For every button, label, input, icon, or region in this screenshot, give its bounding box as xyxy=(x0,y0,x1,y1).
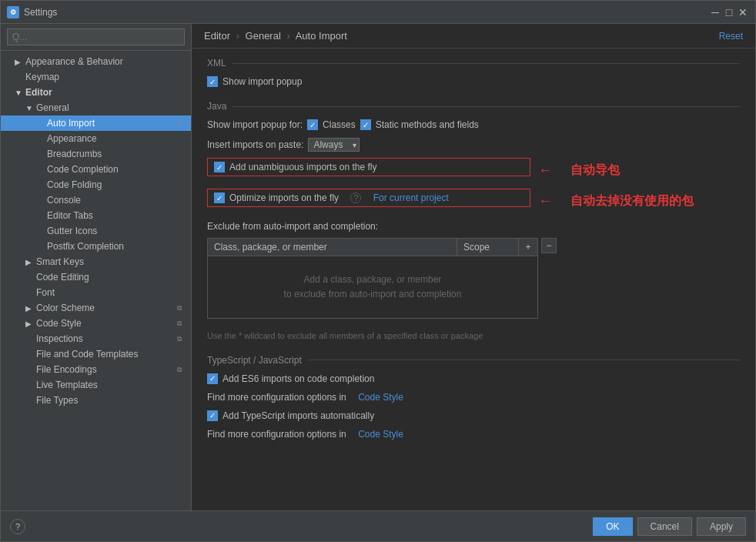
copy-icon: ⧉ xyxy=(174,318,185,329)
sidebar-item-color-scheme[interactable]: ▶ Color Scheme ⧉ xyxy=(1,300,191,316)
add-row-button[interactable]: + xyxy=(519,239,537,256)
close-button[interactable]: ✕ xyxy=(737,6,749,18)
for-current-project-link[interactable]: For current project xyxy=(373,192,449,203)
sidebar-item-live-templates[interactable]: Live Templates xyxy=(1,377,191,393)
sidebar-item-file-code-templates[interactable]: File and Code Templates xyxy=(1,346,191,362)
sidebar-item-postfix-completion[interactable]: Postfix Completion xyxy=(1,239,191,254)
java-classes-checkbox[interactable]: ✓ xyxy=(307,119,318,130)
sidebar-label: Editor xyxy=(25,87,52,98)
main-content: Editor › General › Auto Import Reset XML… xyxy=(192,24,755,510)
exclude-label: Exclude from auto-import and completion: xyxy=(207,221,378,232)
breadcrumb-editor: Editor xyxy=(204,30,230,42)
arrow-spacer xyxy=(25,350,33,359)
insert-always-select[interactable]: Always xyxy=(308,138,360,152)
arrow-spacer xyxy=(25,381,33,390)
sidebar-item-appearance[interactable]: Appearance xyxy=(1,131,191,146)
sidebar-item-breadcrumbs[interactable]: Breadcrumbs xyxy=(1,146,191,162)
java-show-popup-label: Show import popup for: xyxy=(207,119,303,130)
add-unambiguous-label: Add unambiguous imports on the fly xyxy=(229,162,376,172)
ts-add-typescript-checkbox[interactable]: ✓ xyxy=(207,410,218,421)
java-show-popup-row: Show import popup for: ✓ Classes ✓ Stati… xyxy=(207,118,740,132)
sidebar-item-editor[interactable]: ▼ Editor xyxy=(1,85,191,100)
annotation-arrow-2: ← xyxy=(538,193,552,209)
apply-button[interactable]: Apply xyxy=(697,517,746,536)
sidebar-label: Editor Tabs xyxy=(47,210,93,221)
sidebar-item-gutter-icons[interactable]: Gutter Icons xyxy=(1,223,191,239)
sidebar-item-general[interactable]: ▼ General xyxy=(1,100,191,115)
sidebar-item-code-style[interactable]: ▶ Code Style ⧉ xyxy=(1,316,191,331)
cancel-button[interactable]: Cancel xyxy=(637,517,692,536)
sidebar-item-inspections[interactable]: Inspections ⧉ xyxy=(1,331,191,346)
xml-show-import-row: ✓ Show import popup xyxy=(207,75,740,89)
sidebar-label: Postfix Completion xyxy=(47,241,124,252)
maximize-button[interactable]: □ xyxy=(723,6,735,18)
copy-icon: ⧉ xyxy=(174,118,185,129)
help-icon: ? xyxy=(350,192,361,203)
sidebar-item-file-encodings[interactable]: File Encodings ⧉ xyxy=(1,362,191,377)
sidebar-item-file-types[interactable]: File Types xyxy=(1,393,191,408)
settings-window: ⚙ Settings ─ □ ✕ ▶ Appearance & Behavior xyxy=(0,0,756,542)
bottom-bar: ? OK Cancel Apply xyxy=(1,510,755,541)
java-section: Java Show import popup for: ✓ Classes ✓ … xyxy=(207,101,740,343)
app-icon: ⚙ xyxy=(7,6,19,18)
sidebar-item-font[interactable]: Font xyxy=(1,285,191,300)
table-placeholder: Add a class, package, or member to exclu… xyxy=(284,273,462,302)
arrow-icon xyxy=(15,73,22,82)
col-class: Class, package, or member xyxy=(208,239,457,256)
nav-tree: ▶ Appearance & Behavior Keymap ▼ Editor … xyxy=(1,51,191,510)
arrow-spacer xyxy=(36,212,44,220)
sidebar-item-code-completion[interactable]: Code Completion xyxy=(1,162,191,177)
optimize-imports-checkbox[interactable]: ✓ xyxy=(214,192,225,203)
sidebar-label: Breadcrumbs xyxy=(47,149,102,159)
xml-show-import-checkbox[interactable]: ✓ xyxy=(207,76,218,87)
annotation-arrow-1: ← xyxy=(538,162,552,179)
breadcrumb-sep-2: › xyxy=(286,30,289,42)
sidebar-label: General xyxy=(36,102,69,113)
ts-add-typescript-label: Add TypeScript imports automatically xyxy=(222,410,374,421)
sidebar-label: Appearance xyxy=(47,133,97,144)
annotation-text-2: 自动去掉没有使用的包 xyxy=(570,193,694,209)
exclude-table: Class, package, or member Scope + Add a … xyxy=(207,238,538,319)
sidebar-label: Console xyxy=(47,195,81,206)
typescript-section: TypeScript / JavaScript ✓ Add ES6 import… xyxy=(207,355,740,441)
help-button[interactable]: ? xyxy=(10,519,25,534)
reset-button[interactable]: Reset xyxy=(719,31,743,42)
search-input[interactable] xyxy=(7,28,185,45)
sidebar-item-appearance-behavior[interactable]: ▶ Appearance & Behavior xyxy=(1,54,191,69)
arrow-spacer xyxy=(25,273,33,282)
minimize-button[interactable]: ─ xyxy=(709,6,721,18)
sidebar-item-code-editing[interactable]: Code Editing xyxy=(1,269,191,285)
ts-code-style-link-2[interactable]: Code Style xyxy=(358,429,403,440)
sidebar-item-auto-import[interactable]: Auto Import ⧉ xyxy=(1,115,191,131)
sidebar-label: Gutter Icons xyxy=(47,226,97,236)
sidebar-label: File Types xyxy=(36,395,78,406)
sidebar-label: Code Folding xyxy=(47,179,102,190)
table-body: Add a class, package, or member to exclu… xyxy=(208,256,537,318)
sidebar-label: Smart Keys xyxy=(36,256,84,267)
arrow-spacer xyxy=(25,335,33,343)
ts-code-style-link-1[interactable]: Code Style xyxy=(358,392,403,403)
ts-add-es6-checkbox[interactable]: ✓ xyxy=(207,373,218,384)
sidebar-label: Code Editing xyxy=(36,272,89,283)
sidebar-item-smart-keys[interactable]: ▶ Smart Keys xyxy=(1,254,191,269)
sidebar-item-editor-tabs[interactable]: Editor Tabs xyxy=(1,208,191,223)
sidebar-item-console[interactable]: Console xyxy=(1,192,191,208)
arrow-spacer xyxy=(25,396,33,405)
arrow-spacer xyxy=(36,196,44,205)
table-remove-button[interactable]: − xyxy=(541,238,557,253)
java-static-checkbox[interactable]: ✓ xyxy=(360,119,371,130)
col-scope: Scope xyxy=(457,239,519,256)
ok-button[interactable]: OK xyxy=(593,517,632,536)
sidebar-item-keymap[interactable]: Keymap xyxy=(1,69,191,85)
copy-icon: ⧉ xyxy=(174,333,185,344)
sidebar-item-code-folding[interactable]: Code Folding xyxy=(1,177,191,192)
ts-more-options-1-row: Find more configuration options in Code … xyxy=(207,390,740,404)
sidebar-label: Color Scheme xyxy=(36,303,95,313)
window-title: Settings xyxy=(24,7,709,18)
sidebar-label: Appearance & Behavior xyxy=(25,56,123,67)
add-unambiguous-checkbox[interactable]: ✓ xyxy=(214,162,225,172)
xml-section: XML ✓ Show import popup xyxy=(207,58,740,89)
annotation-text-1: 自动导包 xyxy=(570,162,620,179)
breadcrumb-sep-1: › xyxy=(236,30,239,42)
copy-icon: ⧉ xyxy=(174,303,185,313)
